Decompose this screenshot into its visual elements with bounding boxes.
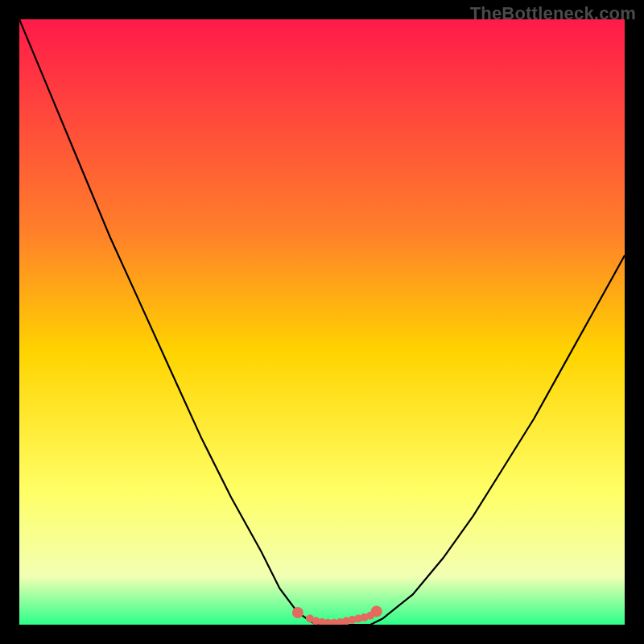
chart-svg (19, 19, 625, 625)
gradient-background (19, 19, 625, 625)
watermark-text: TheBottleneck.com (470, 3, 636, 24)
curve-marker (371, 606, 382, 617)
curve-marker (292, 607, 303, 618)
plot-area (19, 19, 625, 625)
chart-frame: TheBottleneck.com (0, 0, 644, 644)
